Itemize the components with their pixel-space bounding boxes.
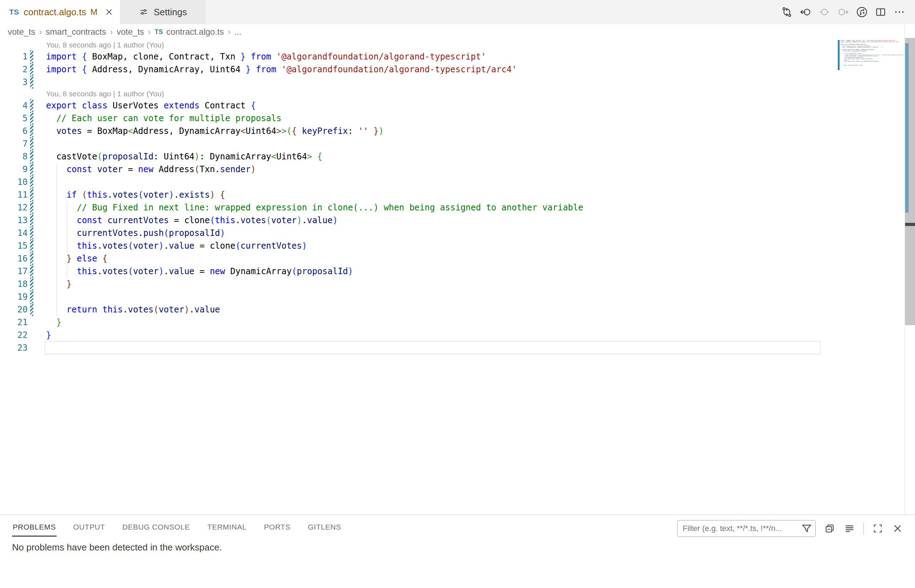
code-line-18[interactable]: 18 } [0,278,836,291]
indent-guide [56,176,57,189]
code-line-14[interactable]: 14 currentVotes.push(proposalId) [0,227,836,239]
code-line-1[interactable]: 1import { BoxMap, clone, Contract, Txn }… [0,50,836,63]
collapse-all-icon[interactable] [824,522,836,535]
modified-gutter-indicator [30,176,33,189]
minimap[interactable]: import { BoxMap, clone, Contract, Txn } … [837,40,904,71]
code-line-8[interactable]: 8 castVote(proposalId: Uint64): DynamicA… [0,150,836,163]
line-number: 6 [0,125,27,137]
modified-gutter-indicator [30,137,33,150]
panel-tab-terminal[interactable]: TERMINAL [207,518,247,536]
modified-gutter-indicator [30,265,33,278]
maximize-panel-icon[interactable] [872,522,884,535]
breadcrumb-item-vote_ts[interactable]: vote_ts [8,27,35,37]
modified-gutter-indicator [30,150,33,163]
code-line-3[interactable]: 3 [0,76,836,89]
next-change-icon[interactable] [837,6,849,18]
previous-change-icon[interactable] [818,6,831,18]
line-number: 5 [0,112,27,125]
panel-tab-bar: PROBLEMSOUTPUTDEBUG CONSOLETERMINALPORTS… [12,518,342,536]
minimap-line [841,69,904,70]
list-view-icon[interactable] [844,522,855,535]
line-number: 17 [0,265,27,278]
code-line-9[interactable]: 9 const voter = new Address(Txn.sender) [0,163,836,176]
code-line-17[interactable]: 17 this.votes(voter).value = new Dynamic… [0,265,836,278]
code-line-12[interactable]: 12 // Bug Fixed in next line: wrapped ex… [0,201,836,214]
close-panel-icon[interactable] [892,522,904,535]
code-line-21[interactable]: 21 } [0,316,836,329]
code-text: import { Address, DynamicArray, Uint64 }… [46,63,516,76]
line-number: 11 [0,189,27,201]
code-text: return this.votes(voter).value [46,303,220,316]
breadcrumb-separator: › [110,27,113,37]
tab-settings[interactable]: Settings [120,0,206,24]
line-number: 3 [0,76,27,89]
modified-gutter-indicator [30,76,33,89]
modified-gutter-indicator [30,112,33,125]
line-number: 2 [0,63,27,76]
code-text: // Bug Fixed in next line: wrapped expre… [46,201,583,214]
code-line-16[interactable]: 16 } else { [0,252,836,265]
line-number: 12 [0,201,27,214]
bottom-panel: PROBLEMSOUTPUTDEBUG CONSOLETERMINALPORTS… [0,514,915,588]
modified-gutter-indicator [30,214,33,227]
code-text: this.votes(voter).value = clone(currentV… [46,239,307,252]
modified-gutter-indicator [30,189,33,201]
code-line-22[interactable]: 22} [0,329,836,341]
tab-contract-algo-ts[interactable]: TS contract.algo.ts M [0,0,120,24]
code-line-2[interactable]: 2import { Address, DynamicArray, Uint64 … [0,63,836,76]
code-editor[interactable]: You, 8 seconds ago | 1 author (You)1impo… [0,40,915,514]
modified-gutter-indicator [30,252,33,265]
modified-gutter-indicator [30,163,33,176]
line-number: 10 [0,176,27,189]
more-actions-icon[interactable] [893,6,906,18]
code-text: import { BoxMap, clone, Contract, Txn } … [46,50,486,63]
breadcrumb-item-file[interactable]: contract.algo.ts [166,27,224,37]
code-line-20[interactable]: 20 return this.votes(voter).value [0,303,836,316]
modified-gutter-indicator [30,278,33,291]
code-line-10[interactable]: 10 [0,176,836,189]
line-number: 23 [0,341,27,354]
line-number: 8 [0,150,27,163]
breadcrumb-item-symbol[interactable]: ... [234,27,242,37]
code-text: const voter = new Address(Txn.sender) [46,163,256,176]
modified-gutter-indicator [30,303,33,316]
navigate-back-icon[interactable] [799,6,812,18]
modified-gutter-indicator [30,125,33,137]
filter-funnel-icon [801,523,812,536]
code-line-5[interactable]: 5 // Each user can vote for multiple pro… [0,112,836,125]
code-line-13[interactable]: 13 const currentVotes = clone(this.votes… [0,214,836,227]
code-line-4[interactable]: 4export class UserVotes extends Contract… [0,99,836,112]
breadcrumb-separator: › [39,27,42,37]
panel-tab-debug-console[interactable]: DEBUG CONSOLE [121,518,190,536]
breadcrumb-item-smart_contracts[interactable]: smart_contracts [46,27,106,37]
indent-guide [56,291,57,303]
commit-graph-icon[interactable] [855,6,868,18]
code-text: } [46,316,61,329]
code-line-7[interactable]: 7 [0,137,836,150]
panel-tab-problems[interactable]: PROBLEMS [12,518,56,536]
code-text: } [46,329,51,341]
breadcrumb-item-vote_ts-2[interactable]: vote_ts [116,27,144,37]
close-tab-icon[interactable] [104,7,115,17]
filter-input[interactable] [677,520,816,537]
code-line-23[interactable]: 23 [0,341,836,354]
modified-gutter-indicator [30,239,33,252]
gitlens-codelens[interactable]: You, 8 seconds ago | 1 author (You) [0,89,836,99]
panel-tab-ports[interactable]: PORTS [263,518,291,536]
code-line-19[interactable]: 19 [0,291,836,303]
line-number: 1 [0,50,27,63]
line-number: 19 [0,291,27,303]
line-number: 13 [0,214,27,227]
panel-tab-gitlens[interactable]: GITLENS [307,518,342,536]
split-editor-icon[interactable] [874,6,887,18]
modified-gutter-indicator [30,227,33,239]
code-line-15[interactable]: 15 this.votes(voter).value = clone(curre… [0,239,836,252]
compare-changes-icon[interactable] [781,6,793,18]
code-line-6[interactable]: 6 votes = BoxMap<Address, DynamicArray<U… [0,125,836,137]
code-text: currentVotes.push(proposalId) [46,227,225,239]
gitlens-codelens[interactable]: You, 8 seconds ago | 1 author (You) [0,40,836,50]
modified-gutter-indicator [30,63,33,76]
panel-tab-output[interactable]: OUTPUT [73,518,106,536]
line-number: 20 [0,303,27,316]
code-line-11[interactable]: 11 if (this.votes(voter).exists) { [0,189,836,201]
